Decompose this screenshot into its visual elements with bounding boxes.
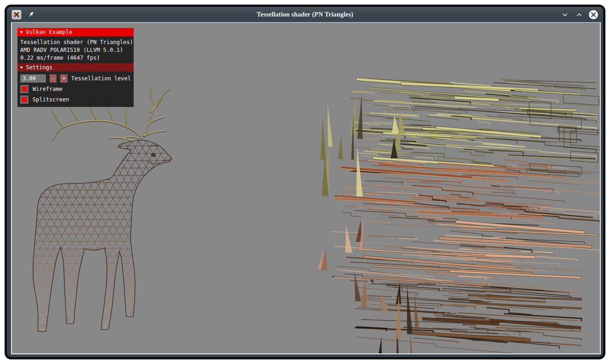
wireframe-label: Wireframe xyxy=(33,86,62,92)
splitscreen-checkbox-row[interactable]: Splitscreen xyxy=(20,95,131,104)
maximize-button[interactable] xyxy=(574,10,584,20)
pushpin-icon xyxy=(28,11,35,18)
panel-title: Vulkan Example xyxy=(26,29,72,35)
app-window: Tessellation shader (PN Triangles) xyxy=(5,5,605,359)
increment-button[interactable]: + xyxy=(60,74,68,83)
close-circle-x-icon xyxy=(588,10,599,20)
checkbox-checked-mark xyxy=(22,97,27,102)
settings-header[interactable]: ▼ Settings xyxy=(17,63,134,72)
glitched-tessellation-model xyxy=(318,78,600,353)
render-viewport[interactable]: ▼ Vulkan Example Tessellation shader (PN… xyxy=(11,22,601,354)
frame-time-text: 0.22 ms/frame (4647 fps) xyxy=(20,54,131,62)
splitscreen-checkbox[interactable] xyxy=(20,95,28,104)
vulkan-example-panel: ▼ Vulkan Example Tessellation shader (PN… xyxy=(17,28,134,107)
minimize-button[interactable] xyxy=(560,10,570,20)
app-menu-button[interactable] xyxy=(11,10,22,20)
tessellation-level-input[interactable]: 3.00 xyxy=(20,74,46,83)
panel-header-vulkan-example[interactable]: ▼ Vulkan Example xyxy=(17,28,134,36)
example-title-text: Tessellation shader (PN Triangles) xyxy=(20,39,131,46)
wireframe-checkbox[interactable] xyxy=(20,85,28,93)
checkbox-checked-mark xyxy=(22,86,27,92)
pin-window-button[interactable] xyxy=(27,11,35,19)
window-title: Tessellation shader (PN Triangles) xyxy=(7,11,603,18)
vulkan-x-logo-icon xyxy=(13,11,20,18)
wireframe-checkbox-row[interactable]: Wireframe xyxy=(20,85,131,93)
gpu-name-text: AMD RADV POLARIS10 (LLVM 5.0.1) xyxy=(20,46,131,54)
titlebar[interactable]: Tessellation shader (PN Triangles) xyxy=(7,7,603,22)
chevron-up-icon xyxy=(576,11,582,18)
collapse-arrow-icon: ▼ xyxy=(20,30,23,34)
tessellation-level-row: 3.00 - + Tessellation level xyxy=(20,74,131,83)
window-controls xyxy=(560,10,599,20)
splitscreen-label: Splitscreen xyxy=(33,96,69,103)
decrement-button[interactable]: - xyxy=(50,74,57,83)
close-button[interactable] xyxy=(588,10,599,20)
settings-title: Settings xyxy=(26,64,52,71)
device-info-block: Tessellation shader (PN Triangles) AMD R… xyxy=(17,36,134,62)
collapse-arrow-icon: ▼ xyxy=(20,66,23,70)
chevron-down-icon xyxy=(562,11,568,18)
tessellation-level-label: Tessellation level xyxy=(71,75,131,82)
